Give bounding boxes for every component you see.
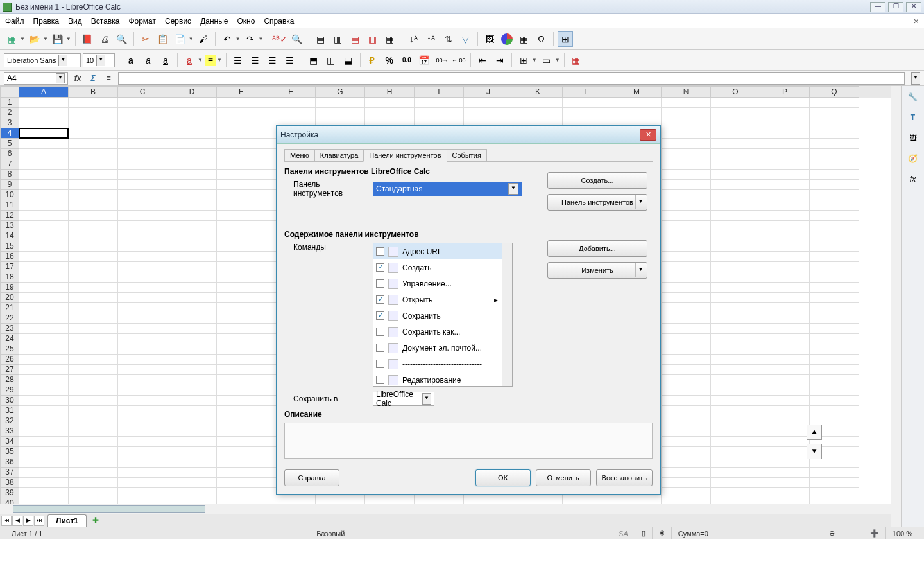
date-icon[interactable]: 📅: [416, 53, 432, 68]
cell[interactable]: [365, 98, 415, 108]
cell[interactable]: [711, 128, 760, 139]
cell[interactable]: [760, 426, 810, 437]
add-command-button[interactable]: Добавить...: [547, 240, 647, 257]
tab-nav-last[interactable]: ⏭: [34, 516, 44, 526]
cell[interactable]: [464, 498, 513, 504]
cell[interactable]: [810, 344, 859, 355]
cell[interactable]: [167, 468, 217, 478]
cell[interactable]: [266, 498, 316, 504]
cell[interactable]: [662, 498, 711, 504]
toolbar-select[interactable]: Стандартная▼: [373, 182, 522, 196]
command-item[interactable]: ✓Создать: [373, 259, 512, 276]
cell[interactable]: [513, 108, 563, 118]
cell[interactable]: [662, 283, 711, 293]
row-header[interactable]: 7: [0, 159, 19, 170]
row-header[interactable]: 25: [0, 344, 19, 355]
row-header[interactable]: 8: [0, 170, 19, 180]
row-header[interactable]: 13: [0, 221, 19, 231]
save-in-select[interactable]: LibreOffice Calc▼: [373, 392, 434, 406]
command-item[interactable]: Сохранить как...: [373, 324, 512, 340]
cell[interactable]: [217, 498, 266, 504]
cell[interactable]: [711, 272, 760, 283]
bold-icon[interactable]: a: [123, 53, 139, 68]
cell[interactable]: [118, 365, 167, 375]
cell[interactable]: [760, 498, 810, 504]
horizontal-scrollbar[interactable]: [0, 504, 891, 514]
cell[interactable]: [167, 118, 217, 128]
cell[interactable]: [118, 457, 167, 468]
cell[interactable]: [760, 396, 810, 406]
cell[interactable]: [662, 231, 711, 241]
cell[interactable]: [711, 221, 760, 231]
cell[interactable]: [711, 447, 760, 457]
cell[interactable]: [810, 396, 859, 406]
cell[interactable]: [19, 303, 69, 313]
grid-icon[interactable]: ⊞: [558, 31, 573, 47]
cell[interactable]: [711, 139, 760, 149]
command-checkbox[interactable]: [376, 328, 384, 336]
cell[interactable]: [662, 355, 711, 365]
cell[interactable]: [19, 293, 69, 303]
cell[interactable]: [118, 334, 167, 344]
insert-image-icon[interactable]: 🖼: [482, 31, 497, 47]
cell[interactable]: [711, 200, 760, 211]
dialog-close-icon[interactable]: ✕: [640, 129, 656, 141]
row-header[interactable]: 30: [0, 396, 19, 406]
status-sum[interactable]: Сумма=0: [672, 527, 787, 539]
cell[interactable]: [118, 159, 167, 170]
sidebar-properties-icon[interactable]: 🔧: [906, 90, 920, 104]
row-header[interactable]: 29: [0, 385, 19, 396]
cell[interactable]: [19, 118, 69, 128]
cell[interactable]: [19, 200, 69, 211]
cell[interactable]: [118, 170, 167, 180]
cell[interactable]: [711, 324, 760, 334]
autospell-icon[interactable]: 🔍: [289, 31, 305, 47]
cell[interactable]: [760, 262, 810, 272]
cell[interactable]: [19, 128, 69, 139]
cell[interactable]: [69, 488, 118, 498]
cell[interactable]: [711, 293, 760, 303]
cancel-button[interactable]: Отменить: [536, 469, 591, 486]
cell[interactable]: [69, 385, 118, 396]
cell[interactable]: [217, 313, 266, 324]
cell[interactable]: [365, 498, 415, 504]
cell[interactable]: [662, 416, 711, 426]
cell[interactable]: [217, 128, 266, 139]
cell[interactable]: [118, 385, 167, 396]
document-close-icon[interactable]: ×: [914, 16, 919, 26]
cell[interactable]: [19, 437, 69, 447]
cell[interactable]: [662, 334, 711, 344]
cell[interactable]: [69, 118, 118, 128]
cell[interactable]: [118, 283, 167, 293]
cell[interactable]: [810, 108, 859, 118]
tab-nav-first[interactable]: ⏮: [1, 516, 12, 526]
cell[interactable]: [118, 303, 167, 313]
cell[interactable]: [760, 231, 810, 241]
cell[interactable]: [760, 200, 810, 211]
cell[interactable]: [612, 98, 662, 108]
align-left-icon[interactable]: ☰: [230, 53, 246, 68]
align-right-icon[interactable]: ☰: [265, 53, 280, 68]
commands-listbox[interactable]: Адрес URL✓СоздатьУправление...✓Открыть▸✓…: [373, 243, 513, 387]
row-header[interactable]: 37: [0, 468, 19, 478]
cell[interactable]: [711, 98, 760, 108]
row-header[interactable]: 6: [0, 149, 19, 159]
cell[interactable]: [217, 406, 266, 416]
cell[interactable]: [711, 334, 760, 344]
cell[interactable]: [760, 468, 810, 478]
cell[interactable]: [513, 498, 563, 504]
cell[interactable]: [760, 478, 810, 488]
cell[interactable]: [69, 447, 118, 457]
col-header[interactable]: C: [118, 86, 167, 98]
cell[interactable]: [118, 139, 167, 149]
cell[interactable]: [217, 283, 266, 293]
cell[interactable]: [167, 211, 217, 221]
row-header[interactable]: 39: [0, 488, 19, 498]
cell[interactable]: [662, 468, 711, 478]
cell[interactable]: [69, 211, 118, 221]
cell[interactable]: [662, 385, 711, 396]
cell[interactable]: [760, 324, 810, 334]
cell[interactable]: [662, 488, 711, 498]
number-icon[interactable]: 0.0: [399, 53, 415, 68]
row-header[interactable]: 22: [0, 313, 19, 324]
